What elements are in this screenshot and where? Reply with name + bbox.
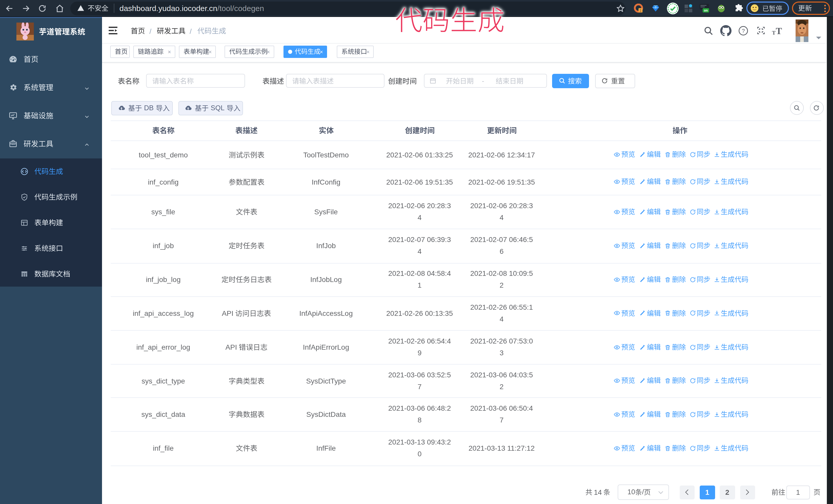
svg-text:T: T (776, 26, 782, 36)
svg-text:1: 1 (640, 8, 642, 13)
svg-text:T: T (772, 30, 776, 36)
svg-text:?: ? (742, 28, 745, 34)
svg-text:on: on (704, 9, 708, 12)
